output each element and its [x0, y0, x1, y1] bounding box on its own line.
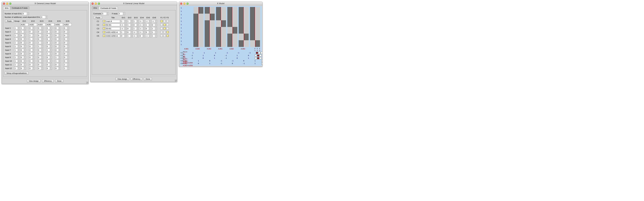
value-spinner[interactable]: ▲▼	[38, 56, 43, 59]
value-spinner[interactable]: ▲▼	[55, 59, 60, 62]
value-spinner[interactable]: ▲▼	[127, 34, 132, 37]
zoom-icon[interactable]	[98, 2, 100, 5]
value-spinner[interactable]: ▲▼	[121, 27, 126, 30]
value-spinner[interactable]: ▲▼	[29, 63, 34, 66]
value-spinner[interactable]: ▲▼	[133, 20, 138, 23]
contrast-title-field[interactable]	[106, 27, 120, 30]
value-spinner[interactable]: ▲▼	[55, 30, 60, 33]
value-spinner[interactable]: ▲▼	[46, 56, 52, 59]
value-spinner[interactable]: ▲▼	[29, 48, 34, 51]
resize-handle[interactable]	[86, 81, 88, 83]
value-spinner[interactable]: ▲▼	[29, 37, 34, 40]
ftest-checkbox[interactable]	[163, 34, 166, 37]
value-spinner[interactable]: ▲▼	[14, 59, 20, 62]
value-spinner[interactable]: ▲▼	[14, 48, 20, 51]
value-spinner[interactable]: ▲▼	[29, 45, 34, 48]
value-spinner[interactable]: ▲▼	[46, 41, 52, 44]
value-spinner[interactable]: ▲▼	[29, 56, 34, 59]
value-spinner[interactable]: ▲▼	[152, 34, 157, 37]
value-spinner[interactable]: ▲▼	[14, 45, 20, 48]
value-spinner[interactable]: ▲▼	[55, 67, 60, 70]
value-spinner[interactable]: ▲▼	[38, 27, 43, 30]
contrast-enable-checkbox[interactable]	[103, 27, 105, 30]
minimize-icon[interactable]	[94, 2, 97, 5]
value-spinner[interactable]: ▲▼	[46, 59, 52, 62]
contrast-enable-checkbox[interactable]	[103, 24, 105, 26]
value-spinner[interactable]: ▲▼	[20, 56, 26, 59]
value-spinner[interactable]: ▲▼	[38, 63, 43, 66]
value-spinner[interactable]: ▲▼	[29, 52, 34, 55]
value-spinner[interactable]: ▲▼	[20, 52, 26, 55]
value-spinner[interactable]: ▲▼	[46, 45, 52, 48]
efficiency-button[interactable]: Efficiency	[131, 77, 142, 80]
zoom-icon[interactable]	[186, 2, 188, 5]
value-spinner[interactable]: ▲▼	[121, 23, 126, 26]
contrast-title-field[interactable]	[106, 31, 120, 33]
value-spinner[interactable]: ▲▼	[127, 31, 132, 34]
value-spinner[interactable]: ▲▼	[38, 45, 43, 48]
value-spinner[interactable]: ▲▼	[64, 67, 69, 70]
value-spinner[interactable]: ▲▼	[55, 56, 60, 59]
value-spinner[interactable]: ▲▼	[20, 30, 26, 33]
value-spinner[interactable]: ▲▼	[20, 41, 26, 44]
ftest-checkbox[interactable]	[166, 34, 169, 37]
value-spinner[interactable]: ▲▼	[14, 41, 20, 44]
value-spinner[interactable]: ▲▼	[133, 34, 138, 37]
num-main-evs-spinner[interactable]: ▲▼	[22, 12, 29, 15]
value-spinner[interactable]: ▲▼	[14, 56, 20, 59]
close-icon[interactable]	[180, 2, 182, 5]
paste-button[interactable]: Paste	[94, 16, 102, 19]
value-spinner[interactable]: ▲▼	[55, 41, 60, 44]
value-spinner[interactable]: ▲▼	[64, 34, 69, 37]
ev-label-field[interactable]	[46, 23, 54, 26]
value-spinner[interactable]: ▲▼	[14, 63, 20, 66]
value-spinner[interactable]: ▲▼	[146, 34, 151, 37]
ev-label-field[interactable]	[55, 23, 63, 26]
value-spinner[interactable]: ▲▼	[38, 59, 43, 62]
value-spinner[interactable]: ▲▼	[38, 41, 43, 44]
paste-button[interactable]: Paste	[5, 20, 14, 23]
value-spinner[interactable]: ▲▼	[14, 67, 20, 70]
setup-orth-button[interactable]: Setup orthogonalisations	[5, 72, 28, 75]
tab-evs[interactable]: EVs	[92, 6, 99, 9]
value-spinner[interactable]: ▲▼	[146, 23, 151, 26]
ftest-checkbox[interactable]	[166, 27, 169, 30]
value-spinner[interactable]: ▲▼	[152, 20, 157, 23]
value-spinner[interactable]: ▲▼	[38, 30, 43, 33]
contrast-enable-checkbox[interactable]	[103, 20, 105, 22]
value-spinner[interactable]: ▲▼	[139, 34, 145, 37]
ftest-checkbox[interactable]	[163, 24, 166, 26]
value-spinner[interactable]: ▲▼	[46, 34, 52, 37]
value-spinner[interactable]: ▲▼	[46, 48, 52, 51]
value-spinner[interactable]: ▲▼	[139, 31, 145, 34]
value-spinner[interactable]: ▲▼	[14, 27, 20, 30]
close-icon[interactable]	[3, 2, 5, 5]
zoom-icon[interactable]	[9, 2, 11, 5]
tab-evs[interactable]: EVs	[3, 6, 10, 10]
contrast-title-field[interactable]	[106, 34, 120, 37]
value-spinner[interactable]: ▲▼	[20, 59, 26, 62]
ftest-checkbox[interactable]	[163, 20, 166, 22]
value-spinner[interactable]: ▲▼	[55, 52, 60, 55]
value-spinner[interactable]: ▲▼	[46, 67, 52, 70]
value-spinner[interactable]: ▲▼	[20, 63, 26, 66]
value-spinner[interactable]: ▲▼	[38, 52, 43, 55]
close-icon[interactable]	[92, 2, 94, 5]
value-spinner[interactable]: ▲▼	[133, 23, 138, 26]
value-spinner[interactable]: ▲▼	[146, 27, 151, 30]
done-button[interactable]: Done	[144, 77, 152, 80]
value-spinner[interactable]: ▲▼	[121, 31, 126, 34]
contrasts-spinner[interactable]: ▲▼	[102, 12, 108, 15]
value-spinner[interactable]: ▲▼	[133, 27, 138, 30]
efficiency-button[interactable]: Efficiency	[42, 79, 54, 82]
value-spinner[interactable]: ▲▼	[152, 23, 157, 26]
tab-contrasts[interactable]: Contrasts & F-tests	[98, 6, 118, 10]
value-spinner[interactable]: ▲▼	[139, 27, 145, 30]
value-spinner[interactable]: ▲▼	[20, 45, 26, 48]
ftest-checkbox[interactable]	[166, 24, 169, 26]
ftest-checkbox[interactable]	[160, 27, 163, 30]
titlebar[interactable]: XGeneral Linear Model	[2, 2, 88, 5]
num-addl-evs-spinner[interactable]: ▲▼	[41, 16, 48, 19]
value-spinner[interactable]: ▲▼	[121, 20, 126, 23]
value-spinner[interactable]: ▲▼	[127, 23, 132, 26]
